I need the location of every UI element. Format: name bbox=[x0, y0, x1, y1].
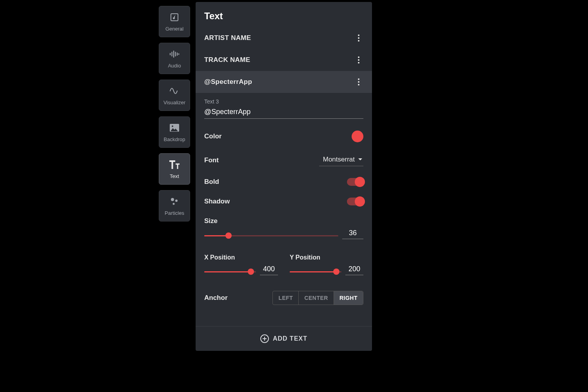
text-item-name: @SpecterrApp bbox=[204, 78, 252, 86]
sidebar-item-visualizer[interactable]: Visualizer bbox=[159, 80, 190, 111]
font-select[interactable]: Montserrat bbox=[319, 154, 363, 166]
svg-rect-2 bbox=[172, 52, 172, 56]
sidebar-item-label: General bbox=[165, 26, 183, 32]
size-input[interactable] bbox=[342, 228, 363, 239]
bold-label: Bold bbox=[204, 178, 219, 186]
svg-point-8 bbox=[172, 125, 173, 127]
svg-rect-6 bbox=[178, 53, 179, 55]
text-icon bbox=[169, 159, 180, 170]
font-label: Font bbox=[204, 156, 219, 164]
color-label: Color bbox=[204, 132, 221, 140]
text-list-item[interactable]: TRACK NAME bbox=[196, 49, 372, 71]
panel-title: Text bbox=[196, 2, 372, 27]
more-menu-icon[interactable] bbox=[354, 33, 363, 43]
x-position-label: X Position bbox=[204, 254, 278, 261]
size-label: Size bbox=[204, 217, 363, 225]
anchor-right-button[interactable]: RIGHT bbox=[334, 291, 363, 305]
more-menu-icon[interactable] bbox=[354, 77, 363, 87]
more-menu-icon[interactable] bbox=[354, 55, 363, 65]
plus-circle-icon bbox=[260, 334, 269, 343]
sidebar-item-label: Audio bbox=[168, 63, 181, 69]
svg-rect-4 bbox=[175, 52, 176, 56]
sidebar-item-particles[interactable]: Particles bbox=[159, 190, 190, 221]
svg-point-11 bbox=[173, 203, 175, 205]
anchor-label: Anchor bbox=[204, 294, 228, 302]
sidebar-item-text[interactable]: Text bbox=[159, 153, 190, 185]
anchor-center-button[interactable]: CENTER bbox=[298, 291, 334, 305]
y-position-slider[interactable] bbox=[290, 268, 341, 275]
text-field-label: Text 3 bbox=[204, 98, 363, 105]
sidebar-item-label: Visualizer bbox=[163, 100, 185, 105]
x-position-slider[interactable] bbox=[204, 268, 256, 275]
add-text-label: ADD TEXT bbox=[273, 335, 307, 342]
add-text-button[interactable]: ADD TEXT bbox=[196, 326, 372, 351]
sidebar-item-label: Particles bbox=[165, 210, 184, 216]
svg-point-10 bbox=[175, 200, 178, 202]
anchor-left-button[interactable]: LEFT bbox=[273, 291, 298, 305]
particles-icon bbox=[169, 196, 180, 207]
waveform-icon bbox=[169, 49, 180, 60]
svg-rect-5 bbox=[177, 53, 178, 56]
sine-wave-icon bbox=[169, 85, 180, 96]
size-slider[interactable] bbox=[204, 232, 338, 239]
color-swatch[interactable] bbox=[352, 131, 363, 142]
text-item-name: TRACK NAME bbox=[204, 56, 250, 64]
svg-point-9 bbox=[171, 198, 174, 201]
text-list-item[interactable]: @SpecterrApp bbox=[196, 71, 372, 93]
music-note-icon bbox=[169, 12, 180, 23]
anchor-button-group: LEFT CENTER RIGHT bbox=[272, 291, 363, 305]
sidebar-item-label: Text bbox=[170, 173, 179, 179]
text-editor: Text 3 Color Font Montserrat Bold bbox=[196, 93, 372, 326]
image-icon bbox=[169, 122, 180, 133]
text-panel: Text ARTIST NAME TRACK NAME @SpecterrApp… bbox=[196, 2, 372, 351]
bold-toggle[interactable] bbox=[347, 178, 363, 186]
sidebar-item-general[interactable]: General bbox=[159, 6, 190, 37]
text-item-name: ARTIST NAME bbox=[204, 34, 251, 42]
shadow-label: Shadow bbox=[204, 198, 230, 205]
font-value: Montserrat bbox=[323, 156, 355, 163]
y-position-input[interactable] bbox=[345, 264, 363, 275]
x-position-input[interactable] bbox=[260, 264, 278, 275]
sidebar-item-backdrop[interactable]: Backdrop bbox=[159, 116, 190, 148]
shadow-toggle[interactable] bbox=[347, 198, 363, 205]
svg-rect-3 bbox=[173, 51, 174, 58]
text-list-item[interactable]: ARTIST NAME bbox=[196, 27, 372, 49]
sidebar-item-audio[interactable]: Audio bbox=[159, 43, 190, 74]
sidebar: General Audio Visualizer bbox=[159, 2, 190, 351]
sidebar-item-label: Backdrop bbox=[164, 136, 185, 142]
chevron-down-icon bbox=[358, 158, 363, 161]
y-position-label: Y Position bbox=[290, 254, 363, 261]
svg-rect-1 bbox=[170, 53, 171, 55]
text-value-input[interactable] bbox=[204, 106, 363, 119]
